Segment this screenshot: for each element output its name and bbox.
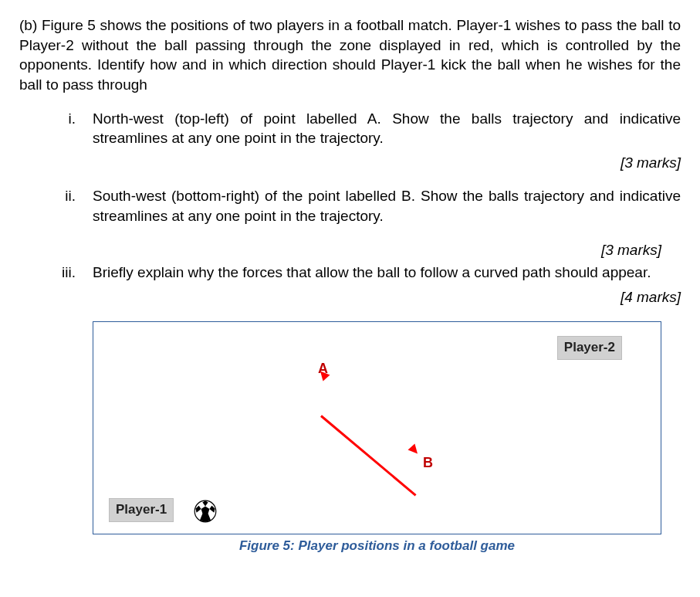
subpart-iii: iii. Briefly explain why the forces that… bbox=[46, 263, 681, 307]
point-b-label: B bbox=[423, 453, 433, 472]
player2-label: Player-2 bbox=[557, 336, 622, 360]
subpart-marker: ii. bbox=[46, 186, 93, 226]
figure-caption: Figure 5: Player positions in a football… bbox=[93, 538, 661, 555]
marks-label: [4 marks] bbox=[93, 287, 681, 307]
subpart-i: i. North-west (top-left) of point labell… bbox=[46, 109, 681, 173]
opponent-zone-line bbox=[320, 415, 416, 496]
subpart-content: North-west (top-left) of point labelled … bbox=[93, 109, 681, 173]
intro-text: Figure 5 shows the positions of two play… bbox=[19, 17, 681, 93]
marks-label: [3 marks] bbox=[93, 153, 681, 173]
question-intro: (b) Figure 5 shows the positions of two … bbox=[19, 15, 681, 95]
subpart-marker: i. bbox=[46, 109, 93, 173]
subpart-marker: iii. bbox=[46, 263, 93, 307]
marks-label-ii: [3 marks] bbox=[93, 240, 661, 260]
part-label: (b) bbox=[19, 17, 37, 33]
figure-container: Player-2 A B Player-1 Figure 5: Player p… bbox=[93, 321, 661, 555]
subpart-text: South-west (bottom-right) of the point l… bbox=[93, 188, 681, 224]
subparts-list-2: iii. Briefly explain why the forces that… bbox=[46, 263, 681, 307]
subpart-content: Briefly explain why the forces that allo… bbox=[93, 263, 681, 307]
player1-label: Player-1 bbox=[109, 498, 174, 522]
subpart-text: Briefly explain why the forces that allo… bbox=[93, 264, 651, 280]
subpart-text: North-west (top-left) of point labelled … bbox=[93, 110, 681, 147]
figure-box: Player-2 A B Player-1 bbox=[93, 321, 661, 534]
subpart-content: South-west (bottom-right) of the point l… bbox=[93, 186, 681, 226]
subparts-list: i. North-west (top-left) of point labell… bbox=[46, 109, 681, 226]
football-icon bbox=[194, 500, 217, 523]
subpart-ii: ii. South-west (bottom-right) of the poi… bbox=[46, 186, 681, 226]
arrow-head-b-icon bbox=[408, 443, 421, 456]
